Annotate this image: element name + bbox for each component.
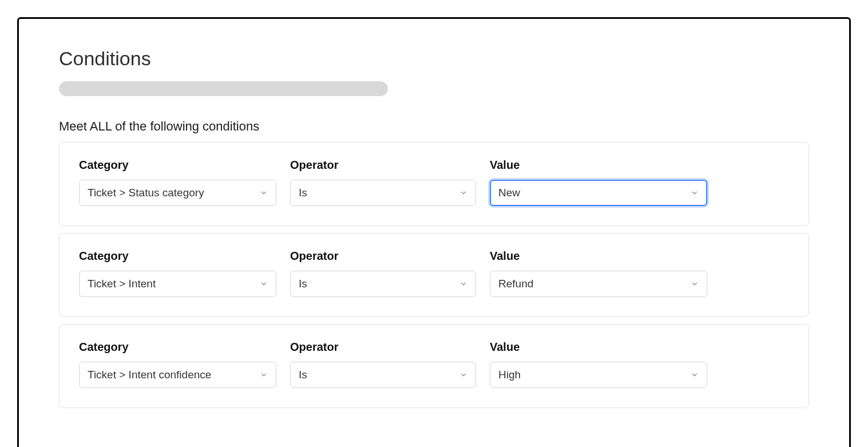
page-title: Conditions [59, 48, 809, 70]
category-select[interactable]: Ticket > Intent [79, 271, 276, 297]
chevron-down-icon [260, 371, 268, 379]
operator-select[interactable]: Is [290, 271, 476, 297]
operator-label: Operator [290, 341, 476, 354]
category-field: CategoryTicket > Status category [79, 159, 276, 206]
category-value: Ticket > Status category [88, 187, 204, 199]
operator-select[interactable]: Is [290, 180, 476, 206]
category-select[interactable]: Ticket > Intent confidence [79, 362, 276, 388]
operator-value: Is [299, 187, 307, 199]
conditions-subtitle: Meet ALL of the following conditions [59, 119, 809, 134]
category-label: Category [79, 341, 276, 354]
value-field: ValueRefund [490, 250, 707, 297]
operator-value: Is [299, 369, 307, 381]
value-select[interactable]: High [490, 362, 707, 388]
category-label: Category [79, 250, 276, 263]
category-field: CategoryTicket > Intent confidence [79, 341, 276, 388]
chevron-down-icon [691, 280, 699, 288]
conditions-rows: CategoryTicket > Status categoryOperator… [59, 142, 809, 408]
category-select[interactable]: Ticket > Status category [79, 180, 276, 206]
category-value: Ticket > Intent [88, 278, 156, 290]
value-label: Value [490, 250, 707, 263]
condition-row: CategoryTicket > Intent confidenceOperat… [59, 324, 809, 408]
condition-row: CategoryTicket > Status categoryOperator… [59, 142, 809, 226]
operator-label: Operator [290, 250, 476, 263]
operator-label: Operator [290, 159, 476, 172]
chevron-down-icon [691, 189, 699, 197]
placeholder-bar [59, 81, 388, 96]
value-value: High [498, 369, 521, 381]
value-select[interactable]: Refund [490, 271, 707, 297]
category-value: Ticket > Intent confidence [88, 369, 211, 381]
category-label: Category [79, 159, 276, 172]
chevron-down-icon [260, 189, 268, 197]
chevron-down-icon [691, 371, 699, 379]
chevron-down-icon [459, 280, 467, 288]
operator-field: OperatorIs [290, 159, 476, 206]
value-field: ValueHigh [490, 341, 707, 388]
value-select[interactable]: New [490, 180, 707, 206]
operator-field: OperatorIs [290, 250, 476, 297]
value-value: New [498, 187, 520, 199]
value-label: Value [490, 341, 707, 354]
chevron-down-icon [459, 189, 467, 197]
value-value: Refund [498, 278, 533, 290]
operator-value: Is [299, 278, 307, 290]
value-label: Value [490, 159, 707, 172]
category-field: CategoryTicket > Intent [79, 250, 276, 297]
conditions-panel: Conditions Meet ALL of the following con… [17, 17, 851, 447]
operator-select[interactable]: Is [290, 362, 476, 388]
chevron-down-icon [459, 371, 467, 379]
value-field: ValueNew [490, 159, 707, 206]
condition-row: CategoryTicket > IntentOperatorIsValueRe… [59, 233, 809, 317]
chevron-down-icon [260, 280, 268, 288]
operator-field: OperatorIs [290, 341, 476, 388]
